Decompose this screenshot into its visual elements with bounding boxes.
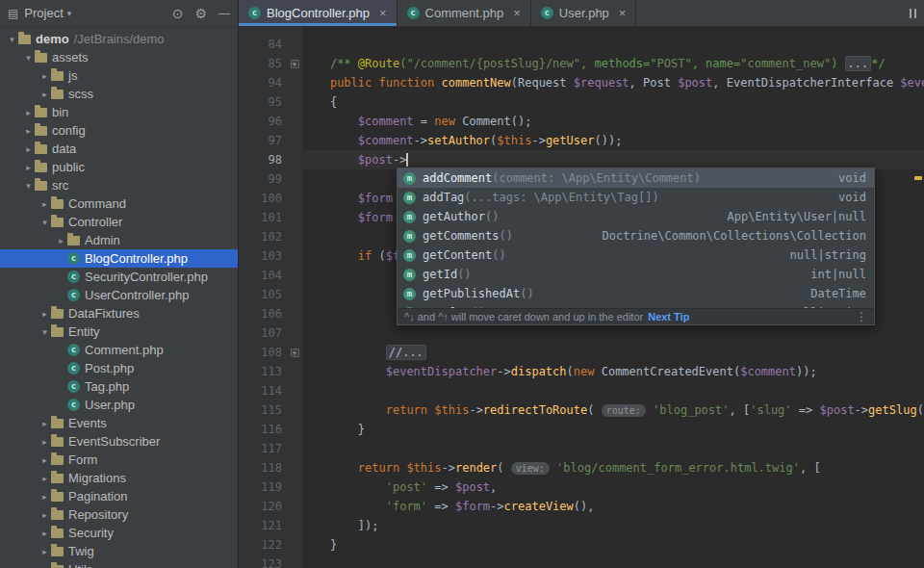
next-tip-link[interactable]: Next Tip — [648, 311, 689, 323]
completion-popup: maddComment(comment: \App\Entity\Comment… — [397, 168, 875, 325]
tree-item-label: Tag.php — [85, 379, 129, 394]
tree-item-Tag.php[interactable]: cTag.php — [0, 377, 238, 396]
tree-item-Utils[interactable]: ▸Utils — [0, 560, 238, 568]
completion-item-getPublishedAt[interactable]: mgetPublishedAt()DateTime — [398, 284, 874, 303]
chevron-down-icon[interactable]: ▾ — [67, 9, 72, 18]
tree-item-assets[interactable]: ▾assets — [0, 48, 238, 66]
close-icon[interactable]: × — [379, 7, 387, 19]
tree-item-js[interactable]: ▸js — [0, 66, 238, 85]
completion-item-addTag[interactable]: maddTag(...tags: \App\Entity\Tag[])void — [398, 188, 874, 207]
tree-item-Controller[interactable]: ▾Controller — [0, 213, 238, 231]
tree-item-EventSubscriber[interactable]: ▸EventSubscriber — [0, 432, 238, 451]
tree-item-SecurityController.php[interactable]: cSecurityController.php — [0, 268, 238, 286]
tree-item-Repository[interactable]: ▸Repository — [0, 505, 238, 524]
chevron-right-icon[interactable]: ▸ — [38, 455, 51, 465]
tree-item-Form[interactable]: ▸Form — [0, 451, 238, 469]
chevron-down-icon[interactable]: ▾ — [38, 327, 51, 337]
completion-item-getComments[interactable]: mgetComments()Doctrine\Common\Collection… — [398, 226, 874, 245]
tree-item-Twig[interactable]: ▸Twig — [0, 542, 238, 560]
tree-item-User.php[interactable]: cUser.php — [0, 396, 238, 414]
gutter-row: 99 — [239, 169, 302, 189]
chevron-right-icon[interactable]: ▸ — [38, 309, 51, 319]
chevron-down-icon[interactable]: ▾ — [22, 181, 35, 191]
completion-list[interactable]: maddComment(comment: \App\Entity\Comment… — [398, 168, 874, 308]
editor-bars-icon[interactable] — [907, 0, 924, 26]
tree-item-Security[interactable]: ▸Security — [0, 524, 238, 542]
gear-icon[interactable]: ⚙ — [194, 6, 207, 21]
tree-item-bin[interactable]: ▸bin — [0, 103, 238, 121]
gutter-row: 85+ — [239, 54, 302, 73]
chevron-right-icon[interactable]: ▸ — [38, 437, 51, 447]
tree-item-label: Controller — [68, 215, 122, 229]
completion-item-getAuthor[interactable]: mgetAuthor()App\Entity\User|null — [398, 207, 874, 226]
tree-item-Admin[interactable]: ▸Admin — [0, 231, 238, 249]
tab-Comment.php[interactable]: cComment.php× — [398, 0, 531, 26]
chevron-right-icon[interactable]: ▸ — [22, 163, 35, 172]
project-panel-header: ▤ Project ▾ ⊙ ⚙ — — [0, 0, 238, 27]
completion-item-getId[interactable]: mgetId()int|null — [398, 265, 874, 284]
folder-icon — [51, 199, 64, 209]
locate-file-icon[interactable]: ⊙ — [172, 6, 184, 21]
fold-marker-icon[interactable]: + — [291, 349, 299, 357]
completion-return-type: null|string — [790, 248, 866, 262]
chevron-right-icon[interactable]: ▸ — [38, 565, 51, 568]
tree-item-BlogController.php[interactable]: cBlogController.php — [0, 249, 238, 268]
chevron-right-icon[interactable]: ▸ — [55, 236, 67, 245]
tree-item-Comment.php[interactable]: cComment.php — [0, 341, 238, 359]
gutter-row: 121 — [239, 516, 302, 535]
folder-icon — [35, 126, 47, 136]
chevron-right-icon[interactable]: ▸ — [22, 108, 35, 117]
chevron-right-icon[interactable]: ▸ — [38, 492, 51, 502]
php-file-icon: c — [67, 399, 80, 411]
chevron-right-icon[interactable]: ▸ — [22, 126, 35, 136]
chevron-right-icon[interactable]: ▸ — [38, 90, 51, 99]
tree-item-scss[interactable]: ▸scss — [0, 85, 238, 103]
chevron-right-icon[interactable]: ▸ — [38, 510, 51, 520]
project-panel-title[interactable]: Project — [24, 6, 63, 20]
tree-item-Command[interactable]: ▸Command — [0, 194, 238, 213]
tree-item-label: Pagination — [68, 489, 127, 503]
tree-item-label: Form — [68, 452, 97, 467]
chevron-right-icon[interactable]: ▸ — [38, 199, 51, 209]
chevron-right-icon[interactable]: ▸ — [38, 419, 51, 428]
warning-stripe-mark[interactable] — [914, 176, 922, 180]
folder-icon — [51, 547, 64, 556]
tree-item-Events[interactable]: ▸Events — [0, 414, 238, 432]
tree-item-Pagination[interactable]: ▸Pagination — [0, 487, 238, 505]
chevron-right-icon[interactable]: ▸ — [38, 71, 51, 81]
tab-User.php[interactable]: cUser.php× — [531, 0, 637, 26]
chevron-right-icon[interactable]: ▸ — [38, 529, 51, 538]
tree-item-Entity[interactable]: ▾Entity — [0, 323, 238, 341]
completion-return-type: void — [838, 191, 866, 204]
more-icon[interactable]: ⋮ — [856, 310, 867, 323]
line-number: 118 — [239, 458, 287, 478]
project-tree[interactable]: ▾demo /JetBrains/demo▾assets▸js▸scss▸bin… — [0, 27, 238, 568]
tree-item-demo[interactable]: ▾demo /JetBrains/demo — [0, 30, 238, 48]
method-icon: m — [403, 269, 416, 281]
fold-marker-icon[interactable]: + — [291, 60, 299, 68]
tree-item-DataFixtures[interactable]: ▸DataFixtures — [0, 304, 238, 323]
close-icon[interactable]: × — [619, 7, 627, 19]
folder-icon — [35, 144, 47, 154]
tree-item-data[interactable]: ▸data — [0, 140, 238, 158]
hide-panel-icon[interactable]: — — [218, 7, 230, 20]
close-icon[interactable]: × — [513, 7, 521, 19]
tree-item-public[interactable]: ▸public — [0, 158, 238, 176]
chevron-down-icon[interactable]: ▾ — [6, 35, 18, 44]
chevron-right-icon[interactable]: ▸ — [22, 144, 35, 154]
chevron-down-icon[interactable]: ▾ — [38, 218, 51, 227]
tree-item-UserController.php[interactable]: cUserController.php — [0, 286, 238, 304]
tree-item-label: config — [52, 123, 86, 138]
completion-item-addComment[interactable]: maddComment(comment: \App\Entity\Comment… — [398, 168, 874, 188]
tab-BlogController.php[interactable]: cBlogController.php× — [239, 0, 398, 26]
tree-item-config[interactable]: ▸config — [0, 121, 238, 140]
error-stripe[interactable] — [912, 27, 924, 568]
tree-item-Migrations[interactable]: ▸Migrations — [0, 469, 238, 487]
completion-item-getContent[interactable]: mgetContent()null|string — [398, 245, 874, 265]
tree-item-src[interactable]: ▾src — [0, 176, 238, 194]
tree-item-Post.php[interactable]: cPost.php — [0, 359, 238, 377]
chevron-right-icon[interactable]: ▸ — [38, 547, 51, 556]
chevron-down-icon[interactable]: ▾ — [22, 53, 35, 63]
code-line: 'form' => $form->createView(), — [302, 497, 924, 516]
chevron-right-icon[interactable]: ▸ — [38, 474, 51, 483]
